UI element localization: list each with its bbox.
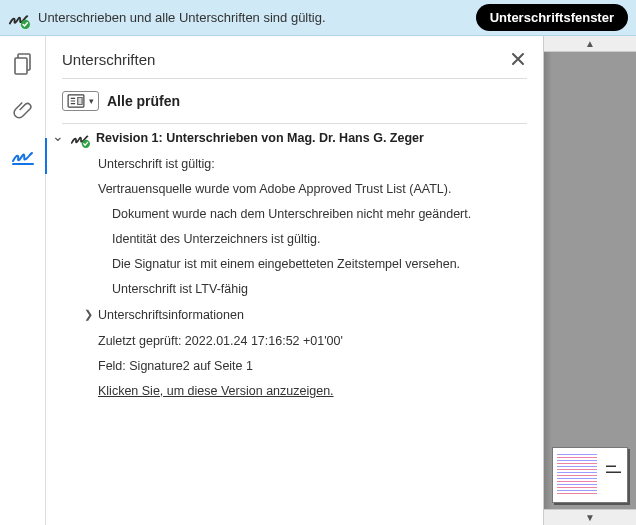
pages-icon[interactable] <box>11 52 35 76</box>
validate-all-label[interactable]: Alle prüfen <box>107 93 180 109</box>
signatures-icon[interactable] <box>11 144 35 168</box>
doc-unchanged-line: Dokument wurde nach dem Unterschreiben n… <box>112 204 533 224</box>
expand-info-icon[interactable] <box>82 306 94 324</box>
validate-options-button[interactable]: ▾ <box>62 91 99 111</box>
signature-tree: Revision 1: Unterschrieben von Mag. Dr. … <box>46 124 543 416</box>
panel-title: Unterschriften <box>62 51 509 68</box>
signatures-panel: Unterschriften ▾ Alle prüfen <box>46 36 544 525</box>
signature-status-text: Unterschrieben und alle Unterschriften s… <box>38 10 468 25</box>
attachments-icon[interactable] <box>11 98 35 122</box>
page-thumbnail-strip: ▲ ▬▬▬▬▬ ▼ <box>544 36 636 525</box>
view-revision-link[interactable]: Klicken Sie, um diese Version anzuzeigen… <box>98 381 533 401</box>
signature-valid-icon <box>70 128 90 148</box>
last-checked-line: Zuletzt geprüft: 2022.01.24 17:16:52 +01… <box>98 331 533 351</box>
scroll-down-button[interactable]: ▼ <box>544 509 636 525</box>
scroll-up-button[interactable]: ▲ <box>544 36 636 52</box>
identity-valid-line: Identität des Unterzeichners ist gültig. <box>112 229 533 249</box>
revision-title[interactable]: Revision 1: Unterschrieben von Mag. Dr. … <box>96 128 424 148</box>
signature-valid-icon <box>8 7 30 29</box>
signature-valid-line: Unterschrift ist gültig: <box>98 154 533 174</box>
signature-panel-button[interactable]: Unterschriftsfenster <box>476 4 628 31</box>
embedded-timestamp-line: Die Signatur ist mit einem eingebetteten… <box>112 254 533 274</box>
close-icon[interactable] <box>509 50 527 68</box>
ltv-line: Unterschrift ist LTV-fähig <box>112 279 533 299</box>
svg-rect-2 <box>15 58 27 74</box>
sidebar <box>0 36 46 525</box>
dropdown-caret-icon: ▾ <box>89 96 94 106</box>
expand-revision-icon[interactable] <box>52 129 64 147</box>
signature-status-bar: Unterschrieben und alle Unterschriften s… <box>0 0 636 36</box>
page-thumbnail[interactable]: ▬▬▬▬▬ <box>552 447 628 503</box>
field-line: Feld: Signature2 auf Seite 1 <box>98 356 533 376</box>
signature-info-label[interactable]: Unterschriftsinformationen <box>98 305 244 325</box>
trust-source-line: Vertrauensquelle wurde vom Adobe Approve… <box>98 179 533 199</box>
